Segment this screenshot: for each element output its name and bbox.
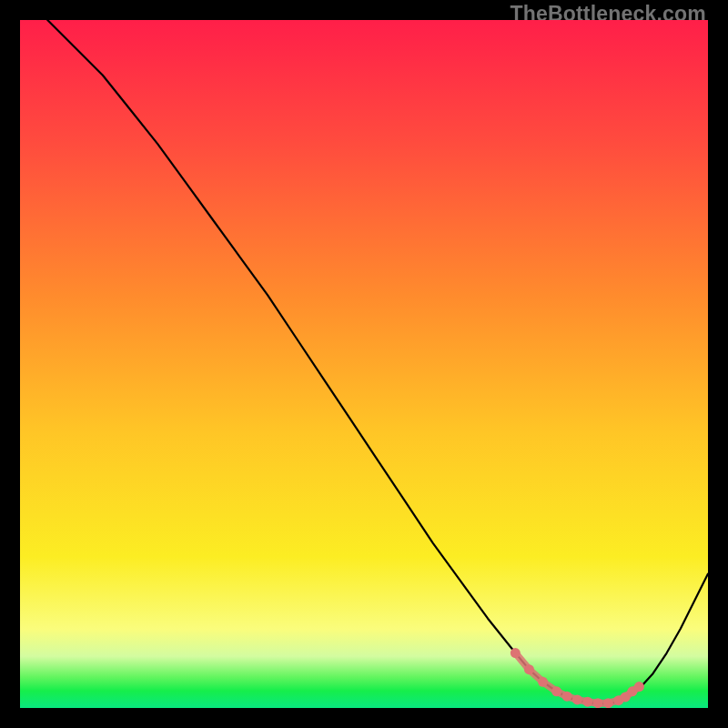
optimal-range-dot [582,697,592,707]
optimal-range-dot [551,686,561,696]
optimal-range-dot [634,682,644,692]
gradient-background [20,20,708,708]
optimal-range-dot [603,698,613,708]
optimal-range-dot [511,648,521,658]
optimal-range-dot [593,698,603,708]
optimal-range-dot [524,664,534,674]
optimal-range-dot [538,677,548,687]
chart-frame [20,20,708,708]
optimal-range-dot [562,692,572,702]
optimal-range-dot [572,694,582,704]
bottleneck-chart [20,20,708,708]
